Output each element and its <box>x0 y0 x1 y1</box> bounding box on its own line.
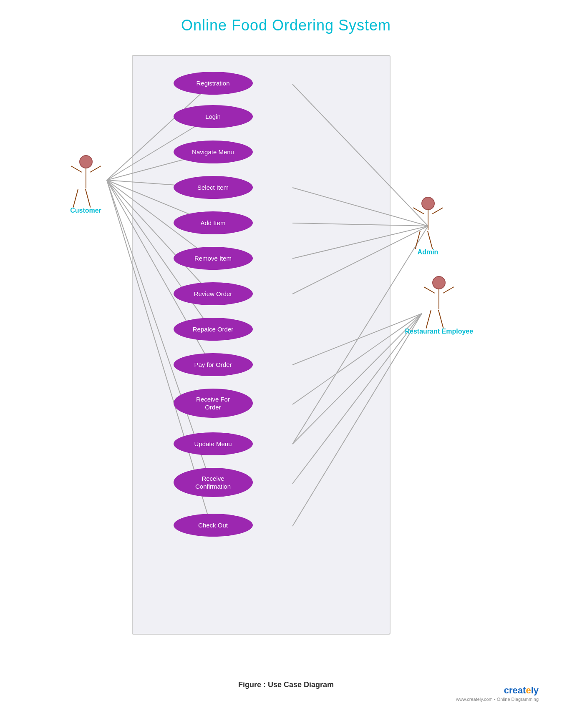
actor-admin: Admin <box>411 197 445 256</box>
use-case-review-order: Review Order <box>174 282 253 305</box>
creately-name-blue: creat <box>504 685 526 695</box>
customer-head <box>79 155 93 168</box>
admin-leg-left <box>415 231 421 249</box>
creately-url: www.creately.com • Online Diagramming <box>0 697 539 702</box>
customer-figure <box>69 155 103 202</box>
restaurant-figure <box>422 276 456 323</box>
use-case-navigate-menu: Navigate Menu <box>174 141 253 163</box>
customer-leg-right <box>85 189 91 208</box>
customer-arm-right <box>90 166 101 173</box>
diagram-container: Registration Login Navigate Menu Select … <box>57 43 516 668</box>
restaurant-arm-right <box>443 286 454 294</box>
use-case-check-out: Check Out <box>174 514 253 537</box>
use-case-remove-item: Remove Item <box>174 247 253 270</box>
system-boundary <box>132 55 391 635</box>
creately-name-blue2: ly <box>531 685 539 695</box>
admin-head <box>421 197 435 210</box>
use-case-receive-for-order: Receive ForOrder <box>174 389 253 418</box>
customer-arm-left <box>71 166 82 173</box>
creately-logo: creately <box>0 685 539 696</box>
admin-figure <box>411 197 445 244</box>
use-case-pay-for-order: Pay for Order <box>174 353 253 376</box>
use-case-login: Login <box>174 105 253 128</box>
use-case-receive-confirmation: ReceiveConfirmation <box>174 468 253 497</box>
actor-customer: Customer <box>69 155 103 214</box>
restaurant-leg-right <box>438 310 444 329</box>
customer-leg-left <box>73 189 78 208</box>
use-case-update-menu: Update Menu <box>174 432 253 455</box>
page-title: Online Food Ordering System <box>0 0 572 43</box>
use-case-replace-order: Repalce Order <box>174 318 253 341</box>
creately-name-orange: e <box>526 685 531 695</box>
creately-branding: creately www.creately.com • Online Diagr… <box>0 685 539 702</box>
restaurant-label: Restaurant Employee <box>405 328 474 335</box>
restaurant-arm-left <box>424 286 435 294</box>
admin-arm-left <box>413 207 424 214</box>
restaurant-leg-left <box>426 310 432 329</box>
customer-label: Customer <box>70 207 101 214</box>
admin-leg-right <box>427 231 433 249</box>
actor-restaurant-employee: Restaurant Employee <box>405 276 474 335</box>
restaurant-head <box>432 276 446 289</box>
use-case-add-item: Add Item <box>174 211 253 234</box>
use-case-registration: Registration <box>174 72 253 95</box>
use-case-select-item: Select Item <box>174 176 253 199</box>
admin-arm-right <box>432 207 443 214</box>
